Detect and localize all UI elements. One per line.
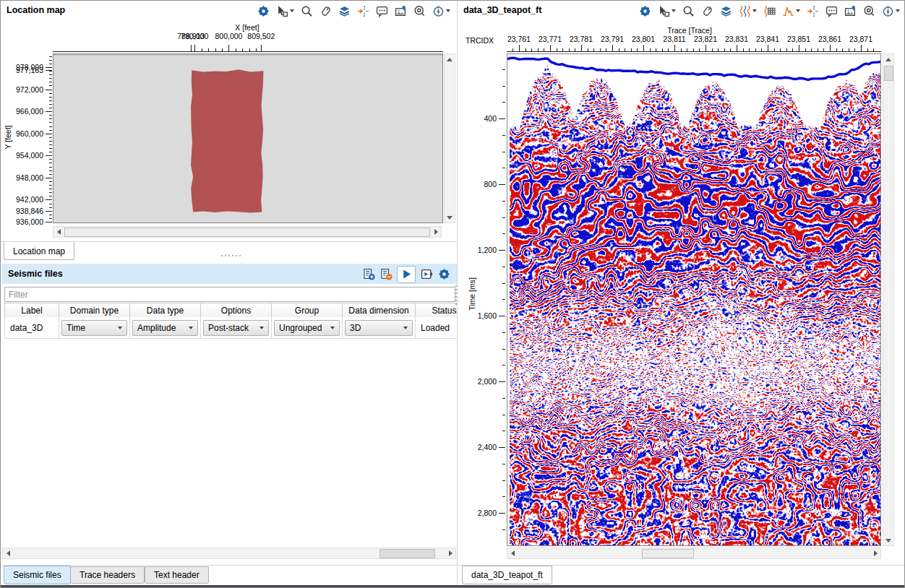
axis-minor-tick xyxy=(49,215,52,215)
comment-icon[interactable] xyxy=(375,4,388,17)
scroll-right-icon[interactable] xyxy=(449,550,452,556)
seismic-section-canvas[interactable] xyxy=(507,54,880,545)
chevron-down-icon[interactable] xyxy=(672,9,676,12)
chevron-down-icon[interactable] xyxy=(896,9,900,12)
axis-tick-label: 954,000 xyxy=(2,151,43,160)
data-type-value: Amplitude xyxy=(137,323,176,333)
axis-minor-tick xyxy=(49,178,52,178)
scroll-left-icon[interactable] xyxy=(57,229,61,235)
scroll-up-icon[interactable] xyxy=(447,58,452,61)
axis-minor-tick xyxy=(502,118,505,119)
options-dropdown[interactable]: Post-stack xyxy=(203,320,269,336)
play-window-icon[interactable] xyxy=(420,268,433,281)
tab-text-header[interactable]: Text header xyxy=(145,566,209,584)
layers-icon[interactable] xyxy=(719,4,732,17)
tab-location-map[interactable]: Location map xyxy=(4,242,74,260)
map-vertical-scrollbar[interactable] xyxy=(444,53,455,223)
location-map-plot[interactable] xyxy=(53,53,443,223)
axis-minor-tick xyxy=(705,48,706,51)
axis-minor-tick xyxy=(531,48,532,51)
zoom-actual-icon[interactable] xyxy=(413,4,426,17)
select-mode-icon[interactable] xyxy=(657,4,670,17)
compass-icon[interactable] xyxy=(881,4,894,17)
scroll-down-icon[interactable] xyxy=(447,216,452,220)
settings-icon[interactable] xyxy=(437,268,450,281)
settings-icon[interactable] xyxy=(257,4,270,17)
axis-minor-tick xyxy=(49,134,52,134)
axis-tick-label: 942,000 xyxy=(2,195,43,204)
axis-minor-tick xyxy=(526,48,526,51)
column-header-data-dimension[interactable]: Data dimension xyxy=(343,303,416,318)
seismic-horizontal-scrollbar[interactable] xyxy=(507,548,881,559)
axis-minor-tick xyxy=(49,170,52,171)
axis-tick-label: 23,871 xyxy=(841,35,881,43)
chevron-down-icon[interactable] xyxy=(446,9,450,12)
survey-outline-polygon[interactable] xyxy=(53,54,442,222)
group-dropdown[interactable]: Ungrouped xyxy=(274,320,340,336)
filter-input[interactable] xyxy=(4,287,455,302)
play-icon[interactable] xyxy=(397,266,416,283)
axis-minor-tick xyxy=(637,48,638,51)
axis-minor-tick xyxy=(49,181,52,182)
wiggle-display-icon[interactable] xyxy=(738,4,751,17)
map-horizontal-scrollbar[interactable] xyxy=(53,226,442,238)
settings-icon[interactable] xyxy=(638,4,651,17)
zoom-icon[interactable] xyxy=(300,4,313,17)
file-remove-icon[interactable] xyxy=(379,268,393,281)
seismic-section-view[interactable] xyxy=(507,53,881,546)
scroll-left-icon[interactable] xyxy=(511,550,515,556)
data-dimension-dropdown[interactable]: 3D xyxy=(345,320,413,336)
column-header-group[interactable]: Group xyxy=(272,303,343,318)
vertical-splitter-handle[interactable] xyxy=(455,285,457,305)
zoom-actual-icon[interactable] xyxy=(862,4,875,17)
select-mode-icon[interactable] xyxy=(275,4,288,17)
axis-minor-tick xyxy=(681,48,682,51)
compass-icon[interactable] xyxy=(432,4,445,17)
mouse-pan-icon[interactable] xyxy=(319,4,332,17)
seismic-vertical-scrollbar[interactable] xyxy=(883,53,894,546)
pick-icon[interactable] xyxy=(356,4,369,17)
scroll-right-icon[interactable] xyxy=(434,229,438,235)
domain-type-value: Time xyxy=(67,323,85,333)
axis-minor-tick xyxy=(49,85,52,86)
scroll-thumb[interactable] xyxy=(64,228,430,237)
scroll-thumb[interactable] xyxy=(884,66,893,81)
scroll-left-icon[interactable] xyxy=(7,550,10,556)
tab-trace-headers[interactable]: Trace headers xyxy=(70,566,145,584)
column-header-status[interactable]: Status xyxy=(416,303,458,318)
scroll-up-icon[interactable] xyxy=(885,58,891,61)
zoom-icon[interactable] xyxy=(682,4,695,17)
export-image-icon[interactable] xyxy=(844,4,857,17)
chevron-down-icon[interactable] xyxy=(290,9,294,12)
pick-icon[interactable] xyxy=(806,4,819,17)
tab-data-3d-teapot-ft[interactable]: data_3D_teapot_ft xyxy=(462,566,552,584)
tab-seismic-files[interactable]: Seismic files xyxy=(4,566,71,584)
column-header-label[interactable]: Label xyxy=(5,303,59,318)
mouse-pan-icon[interactable] xyxy=(700,4,713,17)
comment-icon[interactable] xyxy=(825,4,838,17)
axis-minor-tick xyxy=(780,48,781,51)
scroll-thumb[interactable] xyxy=(642,549,694,558)
gain-histogram-icon[interactable] xyxy=(781,4,794,17)
export-image-icon[interactable] xyxy=(394,4,407,17)
axis-minor-tick xyxy=(49,148,52,149)
axis-minor-tick xyxy=(49,108,52,108)
scroll-down-icon[interactable] xyxy=(885,539,891,542)
grid-display-icon[interactable] xyxy=(763,4,776,17)
table-row[interactable]: data_3D Time Amplitude Post-stack Ungrou… xyxy=(4,317,458,339)
data-type-dropdown[interactable]: Amplitude xyxy=(132,320,198,336)
scroll-thumb[interactable] xyxy=(379,549,435,558)
horizontal-splitter-handle[interactable] xyxy=(221,255,241,256)
column-header-domain-type[interactable]: Domain type xyxy=(59,303,130,318)
scroll-right-icon[interactable] xyxy=(874,550,878,556)
file-add-icon[interactable] xyxy=(362,268,375,281)
column-header-data-type[interactable]: Data type xyxy=(130,303,201,318)
chevron-down-icon[interactable] xyxy=(796,9,800,12)
layers-icon[interactable] xyxy=(338,4,351,17)
domain-type-dropdown[interactable]: Time xyxy=(61,320,127,336)
axis-minor-tick xyxy=(854,48,855,51)
column-header-options[interactable]: Options xyxy=(201,303,272,318)
seismic-section-toolbar xyxy=(638,3,900,19)
chevron-down-icon[interactable] xyxy=(752,9,757,12)
seismic-files-horizontal-scrollbar[interactable] xyxy=(2,548,456,559)
